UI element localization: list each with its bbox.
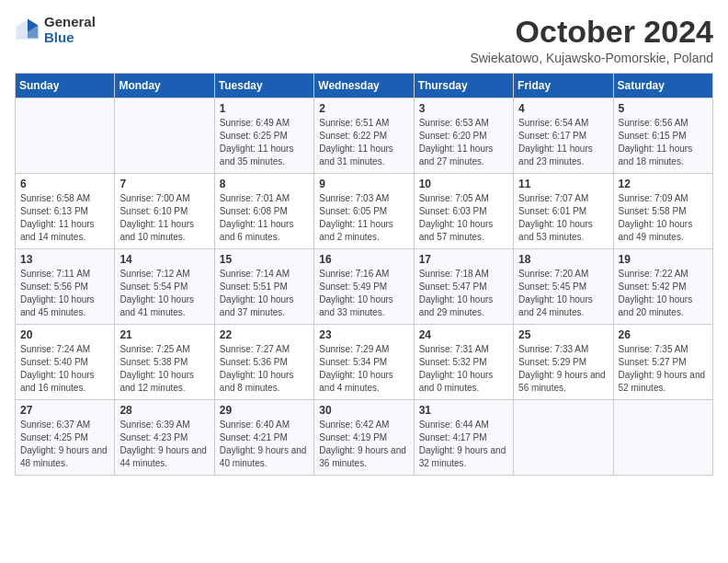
logo-text: General Blue bbox=[44, 15, 96, 45]
calendar-cell: 17Sunrise: 7:18 AM Sunset: 5:47 PM Dayli… bbox=[414, 249, 513, 325]
day-info: Sunrise: 6:53 AM Sunset: 6:20 PM Dayligh… bbox=[419, 117, 508, 168]
day-info: Sunrise: 6:44 AM Sunset: 4:17 PM Dayligh… bbox=[419, 419, 508, 470]
day-number: 28 bbox=[119, 404, 209, 417]
day-info: Sunrise: 7:12 AM Sunset: 5:54 PM Dayligh… bbox=[119, 268, 209, 319]
calendar-cell: 20Sunrise: 7:24 AM Sunset: 5:40 PM Dayli… bbox=[16, 325, 115, 400]
calendar-cell: 19Sunrise: 7:22 AM Sunset: 5:42 PM Dayli… bbox=[613, 249, 712, 325]
day-number: 15 bbox=[220, 253, 309, 266]
calendar-cell bbox=[613, 400, 712, 476]
calendar-week-row: 6Sunrise: 6:58 AM Sunset: 6:13 PM Daylig… bbox=[16, 174, 713, 249]
weekday-header: Sunday bbox=[16, 74, 115, 98]
weekday-header: Friday bbox=[514, 74, 613, 98]
day-number: 1 bbox=[220, 102, 309, 115]
day-number: 21 bbox=[119, 328, 209, 341]
day-number: 5 bbox=[619, 102, 708, 115]
day-info: Sunrise: 6:54 AM Sunset: 6:17 PM Dayligh… bbox=[518, 117, 608, 168]
calendar-cell: 2Sunrise: 6:51 AM Sunset: 6:22 PM Daylig… bbox=[314, 98, 414, 174]
day-number: 14 bbox=[119, 253, 209, 266]
day-info: Sunrise: 7:18 AM Sunset: 5:47 PM Dayligh… bbox=[419, 268, 508, 319]
day-info: Sunrise: 6:51 AM Sunset: 6:22 PM Dayligh… bbox=[319, 117, 408, 168]
day-number: 10 bbox=[419, 178, 508, 190]
calendar-cell: 1Sunrise: 6:49 AM Sunset: 6:25 PM Daylig… bbox=[214, 98, 313, 174]
logo-general: General bbox=[44, 15, 96, 30]
calendar-table: SundayMondayTuesdayWednesdayThursdayFrid… bbox=[15, 73, 713, 476]
calendar-header: SundayMondayTuesdayWednesdayThursdayFrid… bbox=[16, 74, 713, 98]
weekday-header: Monday bbox=[115, 74, 214, 98]
day-number: 20 bbox=[20, 328, 109, 341]
weekday-header: Wednesday bbox=[314, 74, 414, 98]
day-number: 7 bbox=[119, 178, 209, 190]
day-number: 13 bbox=[20, 253, 109, 266]
location: Swiekatowo, Kujawsko-Pomorskie, Poland bbox=[470, 51, 713, 65]
day-info: Sunrise: 7:24 AM Sunset: 5:40 PM Dayligh… bbox=[20, 343, 109, 395]
calendar-cell: 5Sunrise: 6:56 AM Sunset: 6:15 PM Daylig… bbox=[613, 98, 712, 174]
calendar-week-row: 20Sunrise: 7:24 AM Sunset: 5:40 PM Dayli… bbox=[16, 325, 713, 400]
day-info: Sunrise: 6:39 AM Sunset: 4:23 PM Dayligh… bbox=[119, 419, 209, 470]
calendar-cell: 16Sunrise: 7:16 AM Sunset: 5:49 PM Dayli… bbox=[314, 249, 414, 325]
day-number: 4 bbox=[518, 102, 608, 115]
day-info: Sunrise: 7:14 AM Sunset: 5:51 PM Dayligh… bbox=[220, 268, 309, 319]
day-number: 31 bbox=[419, 404, 508, 417]
calendar-cell: 9Sunrise: 7:03 AM Sunset: 6:05 PM Daylig… bbox=[314, 174, 414, 249]
calendar-cell: 23Sunrise: 7:29 AM Sunset: 5:34 PM Dayli… bbox=[314, 325, 414, 400]
calendar-week-row: 27Sunrise: 6:37 AM Sunset: 4:25 PM Dayli… bbox=[16, 400, 713, 476]
day-number: 30 bbox=[319, 404, 408, 417]
calendar-cell bbox=[115, 98, 214, 174]
day-info: Sunrise: 6:58 AM Sunset: 6:13 PM Dayligh… bbox=[20, 192, 109, 244]
calendar-body: 1Sunrise: 6:49 AM Sunset: 6:25 PM Daylig… bbox=[16, 98, 713, 476]
day-number: 11 bbox=[518, 178, 608, 190]
day-number: 24 bbox=[419, 328, 508, 341]
calendar-cell: 6Sunrise: 6:58 AM Sunset: 6:13 PM Daylig… bbox=[16, 174, 115, 249]
calendar-cell: 12Sunrise: 7:09 AM Sunset: 5:58 PM Dayli… bbox=[613, 174, 712, 249]
day-info: Sunrise: 7:03 AM Sunset: 6:05 PM Dayligh… bbox=[319, 192, 408, 244]
logo-blue: Blue bbox=[44, 30, 96, 46]
calendar-cell: 14Sunrise: 7:12 AM Sunset: 5:54 PM Dayli… bbox=[115, 249, 214, 325]
day-number: 22 bbox=[220, 328, 309, 341]
calendar-week-row: 1Sunrise: 6:49 AM Sunset: 6:25 PM Daylig… bbox=[16, 98, 713, 174]
day-info: Sunrise: 7:35 AM Sunset: 5:27 PM Dayligh… bbox=[619, 343, 708, 395]
calendar-cell bbox=[514, 400, 613, 476]
day-number: 2 bbox=[319, 102, 408, 115]
day-info: Sunrise: 6:40 AM Sunset: 4:21 PM Dayligh… bbox=[220, 419, 309, 470]
day-number: 23 bbox=[319, 328, 408, 341]
calendar-cell: 25Sunrise: 7:33 AM Sunset: 5:29 PM Dayli… bbox=[514, 325, 613, 400]
month-title: October 2024 bbox=[470, 15, 713, 49]
day-number: 9 bbox=[319, 178, 408, 190]
day-info: Sunrise: 6:49 AM Sunset: 6:25 PM Dayligh… bbox=[220, 117, 309, 168]
weekday-header-row: SundayMondayTuesdayWednesdayThursdayFrid… bbox=[16, 74, 713, 98]
day-info: Sunrise: 6:56 AM Sunset: 6:15 PM Dayligh… bbox=[619, 117, 708, 168]
calendar-cell: 8Sunrise: 7:01 AM Sunset: 6:08 PM Daylig… bbox=[214, 174, 313, 249]
calendar-cell: 21Sunrise: 7:25 AM Sunset: 5:38 PM Dayli… bbox=[115, 325, 214, 400]
day-number: 16 bbox=[319, 253, 408, 266]
calendar-cell: 7Sunrise: 7:00 AM Sunset: 6:10 PM Daylig… bbox=[115, 174, 214, 249]
calendar-cell: 31Sunrise: 6:44 AM Sunset: 4:17 PM Dayli… bbox=[414, 400, 513, 476]
calendar-cell: 15Sunrise: 7:14 AM Sunset: 5:51 PM Dayli… bbox=[214, 249, 313, 325]
calendar-cell: 11Sunrise: 7:07 AM Sunset: 6:01 PM Dayli… bbox=[514, 174, 613, 249]
page-header: General Blue October 2024 Swiekatowo, Ku… bbox=[15, 15, 713, 65]
day-number: 12 bbox=[619, 178, 708, 190]
calendar-cell: 10Sunrise: 7:05 AM Sunset: 6:03 PM Dayli… bbox=[414, 174, 513, 249]
day-number: 27 bbox=[20, 404, 109, 417]
day-info: Sunrise: 7:33 AM Sunset: 5:29 PM Dayligh… bbox=[518, 343, 608, 395]
day-info: Sunrise: 7:22 AM Sunset: 5:42 PM Dayligh… bbox=[619, 268, 708, 319]
calendar-cell: 26Sunrise: 7:35 AM Sunset: 5:27 PM Dayli… bbox=[613, 325, 712, 400]
calendar-week-row: 13Sunrise: 7:11 AM Sunset: 5:56 PM Dayli… bbox=[16, 249, 713, 325]
day-info: Sunrise: 7:31 AM Sunset: 5:32 PM Dayligh… bbox=[419, 343, 508, 395]
logo: General Blue bbox=[15, 15, 96, 45]
calendar-cell: 13Sunrise: 7:11 AM Sunset: 5:56 PM Dayli… bbox=[16, 249, 115, 325]
day-info: Sunrise: 7:27 AM Sunset: 5:36 PM Dayligh… bbox=[220, 343, 309, 395]
weekday-header: Saturday bbox=[613, 74, 712, 98]
day-number: 3 bbox=[419, 102, 508, 115]
day-number: 18 bbox=[518, 253, 608, 266]
weekday-header: Tuesday bbox=[214, 74, 313, 98]
day-number: 19 bbox=[619, 253, 708, 266]
calendar-cell: 28Sunrise: 6:39 AM Sunset: 4:23 PM Dayli… bbox=[115, 400, 214, 476]
day-info: Sunrise: 7:09 AM Sunset: 5:58 PM Dayligh… bbox=[619, 192, 708, 244]
calendar-cell: 22Sunrise: 7:27 AM Sunset: 5:36 PM Dayli… bbox=[214, 325, 313, 400]
calendar-cell: 27Sunrise: 6:37 AM Sunset: 4:25 PM Dayli… bbox=[16, 400, 115, 476]
day-info: Sunrise: 7:25 AM Sunset: 5:38 PM Dayligh… bbox=[119, 343, 209, 395]
calendar-cell: 24Sunrise: 7:31 AM Sunset: 5:32 PM Dayli… bbox=[414, 325, 513, 400]
day-info: Sunrise: 7:11 AM Sunset: 5:56 PM Dayligh… bbox=[20, 268, 109, 319]
day-number: 17 bbox=[419, 253, 508, 266]
logo-icon bbox=[15, 17, 40, 43]
